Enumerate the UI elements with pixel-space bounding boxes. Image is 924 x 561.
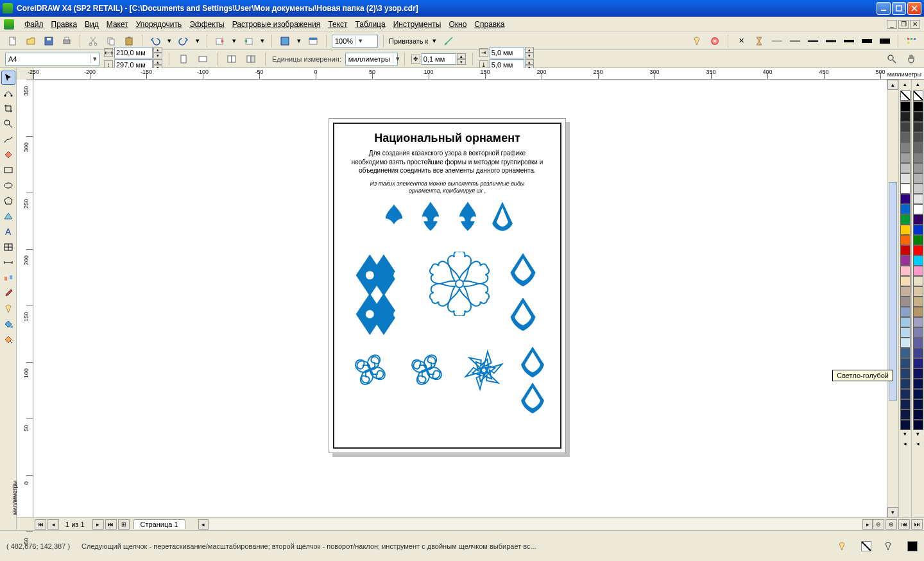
swatch-21[interactable] <box>900 317 911 327</box>
hourglass-icon[interactable] <box>751 34 767 48</box>
swatch2-29[interactable] <box>913 399 923 410</box>
swatch2-6[interactable] <box>913 163 923 173</box>
nav-prev[interactable]: ⏮ <box>898 519 910 530</box>
app-menu-icon[interactable] <box>4 19 14 30</box>
swatch-31[interactable] <box>900 420 911 430</box>
prev-page[interactable]: ◂ <box>47 519 59 530</box>
outline-2[interactable] <box>805 34 821 48</box>
swatch-25[interactable] <box>900 358 911 368</box>
swatch2-21[interactable] <box>913 317 923 327</box>
swatch-20[interactable] <box>900 307 911 317</box>
swatch-5[interactable] <box>900 153 911 163</box>
outline-3[interactable] <box>823 34 839 48</box>
swatch2-4[interactable] <box>913 142 923 153</box>
swatch-10[interactable] <box>900 204 911 214</box>
menu-bitmaps[interactable]: Растровые изображения <box>228 19 325 30</box>
page-width-input[interactable] <box>114 47 153 58</box>
horizontal-ruler[interactable]: -250-200-150-100-50050100150200250300350… <box>17 68 924 80</box>
swatch-0[interactable] <box>900 101 911 112</box>
app-launcher-button[interactable] <box>277 34 293 48</box>
text-tool[interactable]: A <box>1 225 15 239</box>
swatch2-11[interactable] <box>913 214 923 225</box>
close-button[interactable] <box>907 2 921 15</box>
swatch2-20[interactable] <box>913 307 923 317</box>
swatch2-16[interactable] <box>913 266 923 276</box>
all-pages-button[interactable] <box>224 52 239 66</box>
swatch2-23[interactable] <box>913 338 923 348</box>
menu-effects[interactable]: Эффекты <box>185 19 228 30</box>
save-button[interactable] <box>41 34 56 48</box>
swatch-22[interactable] <box>900 327 911 338</box>
current-page-button[interactable] <box>243 52 259 66</box>
zoom-out-btn[interactable]: ⊖ <box>873 519 884 530</box>
basic-shapes-tool[interactable] <box>1 209 15 223</box>
paper-size-combo[interactable]: A4▾ <box>5 53 100 65</box>
scroll-thumb-v[interactable] <box>889 182 897 401</box>
no-outline-icon[interactable]: ✕ <box>733 34 749 48</box>
swatch-27[interactable] <box>900 379 911 389</box>
swatch2-18[interactable] <box>913 286 923 297</box>
swatch2-26[interactable] <box>913 368 923 379</box>
next-page[interactable]: ▸ <box>92 519 104 530</box>
import-button[interactable] <box>212 34 228 48</box>
palette-down[interactable]: ▾ <box>903 431 907 440</box>
swatch2-0[interactable] <box>913 101 923 112</box>
copy-button[interactable] <box>103 34 119 48</box>
swatch2-17[interactable] <box>913 276 923 286</box>
swatch-6[interactable] <box>900 163 911 173</box>
undo-button[interactable] <box>148 34 163 48</box>
color-wheel-icon[interactable] <box>707 34 723 48</box>
width-down[interactable]: ▾ <box>153 53 162 58</box>
swatch-24[interactable] <box>900 348 911 358</box>
zoom-tool-icon[interactable] <box>884 52 900 66</box>
menu-layout[interactable]: Макет <box>103 19 132 30</box>
landscape-button[interactable] <box>195 52 210 66</box>
swatch2-14[interactable] <box>913 245 923 255</box>
scroll-down[interactable]: ▾ <box>887 507 898 517</box>
outline-4[interactable] <box>841 34 857 48</box>
swatch-18[interactable] <box>900 286 911 297</box>
swatch-13[interactable] <box>900 235 911 245</box>
swatch-9[interactable] <box>900 194 911 204</box>
add-page[interactable]: ⊞ <box>118 519 130 530</box>
swatch-7[interactable] <box>900 173 911 184</box>
menu-arrange[interactable]: Упорядочить <box>132 19 185 30</box>
scroll-up[interactable]: ▴ <box>887 80 898 90</box>
rectangle-tool[interactable] <box>1 163 15 177</box>
outline-1[interactable] <box>787 34 803 48</box>
nudge-input[interactable] <box>422 53 456 65</box>
outline-tool[interactable] <box>1 302 15 316</box>
print-button[interactable] <box>59 34 74 48</box>
menu-text[interactable]: Текст <box>324 19 351 30</box>
swatch2-15[interactable] <box>913 255 923 266</box>
swatch2-22[interactable] <box>913 327 923 338</box>
outline-6[interactable] <box>877 34 893 48</box>
swatch-12[interactable] <box>900 225 911 235</box>
swatch2-9[interactable] <box>913 194 923 204</box>
swatch-30[interactable] <box>900 410 911 420</box>
swatch2-28[interactable] <box>913 389 923 399</box>
new-button[interactable] <box>5 34 21 48</box>
menu-window[interactable]: Окно <box>445 19 470 30</box>
swatch2-27[interactable] <box>913 379 923 389</box>
swatch2-8[interactable] <box>913 184 923 194</box>
pan-tool-icon[interactable] <box>903 52 919 66</box>
menu-table[interactable]: Таблица <box>352 19 389 30</box>
palette2-flyout[interactable]: ◂ <box>916 440 920 449</box>
interactive-fill-tool[interactable] <box>1 332 15 347</box>
swatch-19[interactable] <box>900 297 911 307</box>
swatch2-19[interactable] <box>913 297 923 307</box>
shape-tool[interactable] <box>1 86 15 100</box>
swatch-3[interactable] <box>900 132 911 142</box>
swatch2-30[interactable] <box>913 410 923 420</box>
outline-5[interactable] <box>859 34 875 48</box>
swatch2-25[interactable] <box>913 358 923 368</box>
first-page[interactable]: ⏮ <box>35 519 46 530</box>
smart-fill-tool[interactable] <box>1 148 15 162</box>
swatch2-3[interactable] <box>913 132 923 142</box>
swatch2-7[interactable] <box>913 173 923 184</box>
dimension-tool[interactable] <box>1 255 15 270</box>
horizontal-scrollbar[interactable]: ◂ ▸ <box>198 519 873 530</box>
zoom-tool[interactable] <box>1 117 15 131</box>
options-button[interactable] <box>903 34 919 48</box>
